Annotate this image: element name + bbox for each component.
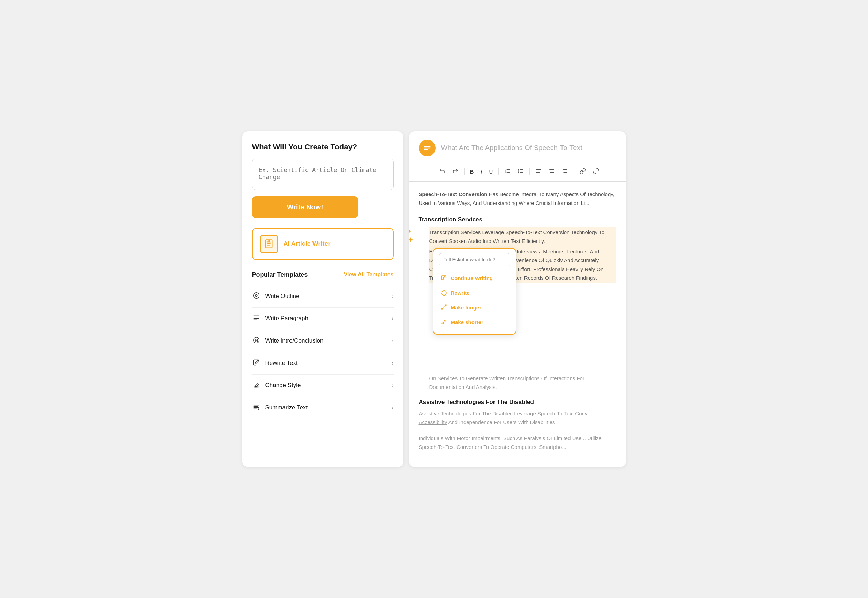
ordered-list-button[interactable]: 1.2.3.: [501, 166, 513, 178]
template-name-write-paragraph: Write Paragraph: [265, 315, 308, 322]
toolbar-divider2: [498, 168, 499, 175]
highlight-text: Transcription Services Leverage Speech-T…: [429, 227, 616, 247]
sparkle-icon-1: ✦: [409, 229, 414, 234]
template-item-change-style[interactable]: Change Style ›: [252, 375, 394, 397]
svg-text:AI: AI: [267, 240, 270, 242]
continue-writing-label: Continue Writing: [451, 275, 493, 281]
context-menu-rewrite[interactable]: Rewrite: [439, 286, 510, 300]
highlighted-section: ✦ ✦ Transcription Services Leverage Spee…: [419, 227, 616, 392]
context-menu-make-shorter[interactable]: Make shorter: [439, 315, 510, 330]
section1-heading: Transcription Services: [419, 216, 616, 223]
context-menu-continue-writing[interactable]: Continue Writing: [439, 271, 510, 286]
align-center-button[interactable]: [546, 166, 558, 178]
template-item-write-intro[interactable]: 99 Write Intro/Conclusion ›: [252, 330, 394, 352]
svg-point-6: [255, 295, 257, 296]
right-panel: What Are The Applications Of Speech-To-T…: [409, 132, 626, 467]
section2-heading: Assistive Technologies For The Disabled: [419, 399, 616, 406]
popular-header: Popular Templates View All Templates: [252, 271, 394, 278]
ai-article-card[interactable]: AI AI Article Writer: [252, 228, 394, 260]
template-name-rewrite-text: Rewrite Text: [265, 360, 298, 366]
write-now-button[interactable]: Write Now!: [252, 196, 358, 218]
svg-point-29: [518, 169, 519, 170]
left-panel: What Will You Create Today? Write Now! A…: [242, 132, 403, 467]
popular-title: Popular Templates: [252, 271, 308, 278]
link-button[interactable]: [577, 166, 589, 178]
italic-button[interactable]: I: [478, 167, 485, 177]
make-longer-icon: [441, 304, 447, 311]
toolbar-divider3: [529, 168, 530, 175]
rewrite-icon: [441, 289, 447, 297]
make-shorter-label: Make shorter: [451, 319, 483, 325]
svg-point-5: [253, 292, 259, 298]
accessibility-link: Accessibility: [419, 419, 447, 425]
ai-article-icon-box: AI: [260, 235, 278, 253]
panel-title: What Will You Create Today?: [252, 142, 394, 152]
make-longer-label: Make longer: [451, 305, 481, 311]
editor-header: What Are The Applications Of Speech-To-T…: [409, 132, 626, 162]
bold-button[interactable]: B: [467, 167, 477, 177]
svg-line-47: [444, 319, 446, 321]
sparkle-icon-2: ✦: [409, 236, 414, 244]
context-menu-make-longer[interactable]: Make longer: [439, 300, 510, 315]
rewrite-label: Rewrite: [451, 290, 470, 296]
write-intro-icon: 99: [252, 336, 261, 346]
template-name-change-style: Change Style: [265, 382, 301, 389]
write-outline-icon: [252, 292, 261, 301]
unordered-list-button[interactable]: [515, 166, 526, 178]
ai-article-label: AI Article Writer: [283, 240, 331, 247]
align-left-button[interactable]: [532, 166, 544, 178]
redo-button[interactable]: [450, 166, 462, 178]
chevron-icon: ›: [391, 315, 393, 321]
unlink-button[interactable]: [590, 166, 602, 178]
editor-logo: [419, 140, 436, 157]
svg-point-31: [518, 172, 519, 173]
section2-text: Assistive Technologies For The Disabled …: [419, 409, 616, 427]
template-item-summarize-text[interactable]: Summarize Text ›: [252, 397, 394, 419]
template-item-write-outline[interactable]: Write Outline ›: [252, 286, 394, 308]
write-paragraph-icon: [252, 314, 261, 323]
editor-toolbar: B I U 1.2.3.: [409, 162, 626, 182]
svg-point-30: [518, 170, 519, 171]
chevron-icon: ›: [391, 360, 393, 366]
template-item-write-paragraph[interactable]: Write Paragraph ›: [252, 308, 394, 330]
svg-line-48: [441, 322, 443, 324]
context-menu: Continue Writing Rewrite Make longer: [433, 248, 516, 335]
chevron-icon: ›: [391, 382, 393, 389]
toolbar-divider4: [574, 168, 574, 175]
align-right-button[interactable]: [559, 166, 571, 178]
template-name-write-outline: Write Outline: [265, 293, 300, 300]
template-name-summarize-text: Summarize Text: [265, 404, 308, 411]
continue-writing-icon: [441, 275, 447, 282]
search-input[interactable]: [252, 158, 394, 190]
view-all-templates-link[interactable]: View All Templates: [344, 272, 394, 278]
make-shorter-icon: [441, 318, 447, 326]
section1-tail-text: On Services To Generate Written Transcri…: [429, 374, 616, 392]
rewrite-text-icon: [252, 359, 261, 368]
underline-button[interactable]: U: [486, 167, 496, 177]
chevron-icon: ›: [391, 405, 393, 411]
editor-title: What Are The Applications Of Speech-To-T…: [441, 144, 582, 152]
section3-text: Individuals With Motor Impairments, Such…: [419, 434, 616, 451]
template-list: Write Outline › Write Paragraph: [252, 286, 394, 419]
chevron-icon: ›: [391, 293, 393, 299]
toolbar-divider: [464, 168, 465, 175]
svg-line-45: [444, 305, 446, 306]
template-name-write-intro: Write Intro/Conclusion: [265, 337, 324, 344]
svg-text:99: 99: [255, 338, 258, 342]
summarize-text-icon: [252, 403, 261, 413]
chevron-icon: ›: [391, 338, 393, 344]
change-style-icon: [252, 381, 261, 390]
undo-button[interactable]: [436, 166, 448, 178]
svg-text:3.: 3.: [505, 172, 506, 173]
svg-line-46: [441, 307, 443, 309]
context-menu-input[interactable]: [439, 253, 510, 266]
intro-text: Speech-To-Text Conversion Has Become Int…: [419, 190, 616, 208]
sparkle-icons: ✦ ✦: [409, 229, 414, 244]
editor-content: Speech-To-Text Conversion Has Become Int…: [409, 182, 626, 467]
template-item-rewrite-text[interactable]: Rewrite Text ›: [252, 352, 394, 375]
